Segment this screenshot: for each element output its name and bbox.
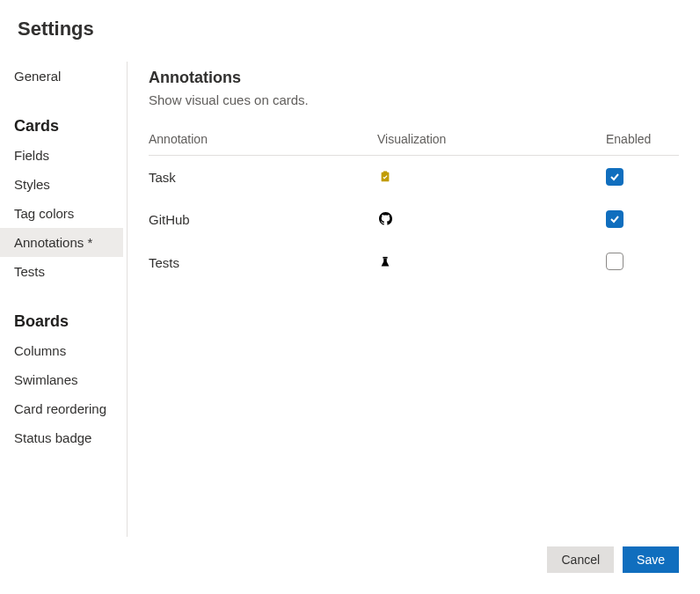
table-row: Tests: [149, 240, 679, 285]
svg-rect-1: [383, 171, 387, 173]
sidebar-item-general[interactable]: General: [0, 62, 123, 91]
visualization-cell: [377, 210, 606, 228]
annotation-name: Task: [149, 170, 377, 185]
sidebar: General Cards Fields Styles Tag colors A…: [0, 62, 128, 537]
table-row: GitHub: [149, 198, 679, 240]
sidebar-item-tag-colors[interactable]: Tag colors: [0, 199, 123, 228]
cancel-button[interactable]: Cancel: [547, 546, 614, 573]
annotation-name: GitHub: [149, 212, 377, 227]
svg-rect-0: [382, 172, 390, 181]
sidebar-item-card-reordering[interactable]: Card reordering: [0, 394, 123, 423]
github-icon: [377, 210, 393, 226]
column-header-visualization[interactable]: Visualization: [377, 132, 606, 146]
visualization-cell: [377, 169, 606, 186]
panel-heading: Annotations: [149, 69, 679, 87]
svg-rect-2: [383, 257, 387, 259]
column-header-enabled[interactable]: Enabled: [606, 132, 676, 146]
sidebar-item-columns[interactable]: Columns: [0, 336, 123, 365]
sidebar-item-swimlanes[interactable]: Swimlanes: [0, 365, 123, 394]
enabled-checkbox[interactable]: [606, 253, 623, 270]
annotation-name: Tests: [149, 255, 377, 270]
task-icon: [377, 169, 393, 185]
main-panel: Annotations Show visual cues on cards. A…: [128, 62, 700, 537]
footer: Cancel Save: [547, 546, 679, 573]
tests-icon: [377, 254, 393, 270]
save-button[interactable]: Save: [623, 546, 679, 573]
panel-subheading: Show visual cues on cards.: [149, 92, 679, 107]
sidebar-item-tests[interactable]: Tests: [0, 257, 123, 286]
sidebar-item-styles[interactable]: Styles: [0, 170, 123, 199]
sidebar-item-status-badge[interactable]: Status badge: [0, 423, 123, 452]
table-row: Task: [149, 156, 679, 198]
sidebar-section-cards: Cards: [0, 110, 127, 141]
table-header: Annotation Visualization Enabled: [149, 132, 679, 156]
enabled-checkbox[interactable]: [606, 168, 623, 186]
sidebar-item-fields[interactable]: Fields: [0, 141, 123, 170]
page-title: Settings: [0, 0, 700, 40]
enabled-checkbox[interactable]: [606, 210, 623, 228]
visualization-cell: [377, 254, 606, 271]
column-header-annotation[interactable]: Annotation: [149, 132, 377, 146]
annotations-table: Annotation Visualization Enabled Task: [149, 132, 679, 285]
sidebar-item-annotations[interactable]: Annotations *: [0, 228, 123, 257]
sidebar-section-boards: Boards: [0, 305, 127, 336]
layout: General Cards Fields Styles Tag colors A…: [0, 62, 700, 537]
